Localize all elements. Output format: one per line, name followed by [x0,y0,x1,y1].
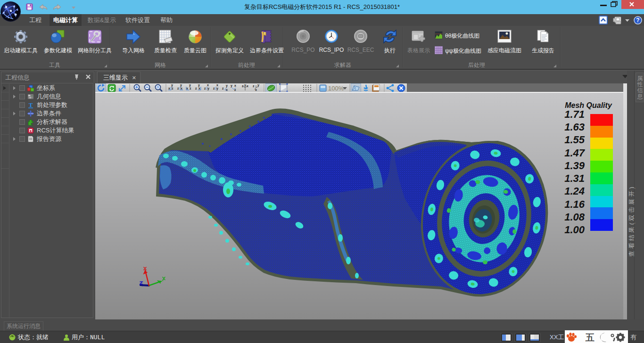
svg-text:z: z [204,87,206,90]
svg-text:z: z [242,84,244,88]
svg-text:x: x [234,84,236,87]
svg-text:x: x [186,87,188,90]
svg-text:100%: 100% [328,85,344,92]
svg-text:x: x [168,87,170,90]
svg-text:T: T [29,102,33,108]
svg-text:z: z [213,87,215,90]
svg-text:y: y [180,83,182,87]
svg-text:x: x [198,87,200,90]
svg-text:y: y [226,84,228,88]
svg-text:五: 五 [585,333,594,343]
svg-text:y: y [216,87,218,90]
svg-text:z: z [195,87,197,90]
svg-text:z: z [177,87,179,90]
svg-text:y: y [171,83,173,87]
svg-text:x: x [207,83,209,87]
svg-text:y: y [198,83,200,87]
svg-text:x: x [181,87,182,90]
svg-text:z: z [222,87,224,90]
svg-text:x: x [247,84,248,88]
svg-text:?: ? [636,17,639,24]
svg-text:z: z [190,87,191,90]
svg-text:y: y [244,83,246,87]
svg-text:z: z [172,87,173,90]
svg-text:y: y [207,87,209,90]
svg-text:z: z [253,84,255,88]
svg-text:y: y [189,83,191,87]
svg-text:y: y [231,84,232,88]
svg-text:x: x [216,83,218,87]
